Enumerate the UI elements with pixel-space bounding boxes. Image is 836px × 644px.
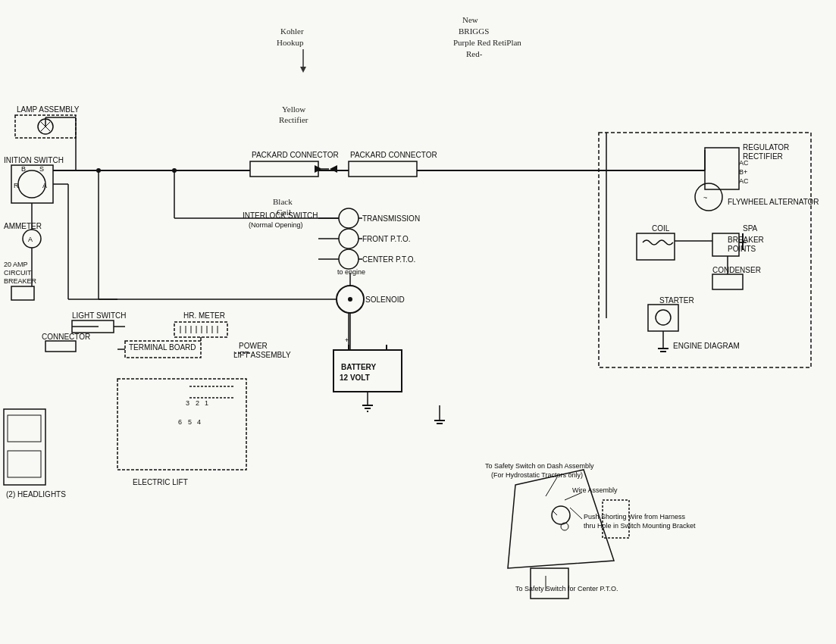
safety-switch-label: To Safety Switch on Dash Assembly <box>485 462 594 470</box>
push-shorting-label: Push Shorting Wire from Harness <box>584 513 686 521</box>
svg-text:R: R <box>14 182 19 189</box>
svg-text:12 VOLT: 12 VOLT <box>340 374 370 382</box>
svg-text:(For Hydrostatic Tractors only: (For Hydrostatic Tractors only) <box>491 471 583 479</box>
light-switch-label: LIGHT SWITCH <box>72 311 126 320</box>
briggs-note3: Purple Red RetiPlan <box>453 38 521 47</box>
svg-text:~: ~ <box>703 194 707 202</box>
svg-point-131 <box>96 168 101 173</box>
front-pto-label: FRONT P.T.O. <box>362 235 411 243</box>
condenser-label: CONDENSER <box>712 266 761 274</box>
svg-point-132 <box>172 168 177 173</box>
svg-text:POINTS: POINTS <box>728 245 756 253</box>
center-pto-label: CENTER P.T.O. <box>362 255 415 264</box>
svg-text:1: 1 <box>205 399 208 407</box>
wire-assembly-label: Wire Assembly <box>572 486 618 494</box>
svg-text:4: 4 <box>197 418 201 426</box>
breaker-points-label: BREAKER <box>728 236 764 244</box>
battery-label: BATTERY <box>341 363 376 371</box>
ammeter-label: AMMETER <box>4 222 42 230</box>
black-coil-note: Black <box>273 197 293 206</box>
svg-text:LIFT ASSEMBLY: LIFT ASSEMBLY <box>233 351 291 359</box>
svg-text:3: 3 <box>186 399 189 407</box>
kohler-note2: Hookup <box>277 38 304 47</box>
engine-diagram-label: ENGINE DIAGRAM <box>673 342 740 350</box>
solenoid-label: SOLENOID <box>365 295 405 304</box>
safety-center-pto-label: To Safety Switch for Center P.T.O. <box>515 585 618 592</box>
svg-point-133 <box>348 297 352 302</box>
svg-text:5: 5 <box>188 418 192 426</box>
electric-lift-label: ELECTRIC LIFT <box>133 478 188 486</box>
headlights-label: (2) HEADLIGHTS <box>6 490 66 499</box>
svg-text:AC: AC <box>739 177 749 185</box>
ignition-label: INITION SWITCH <box>4 156 64 164</box>
lamp-assembly-label: LAMP ASSEMBLY <box>17 105 80 114</box>
breaker-label: 20 AMP <box>4 261 28 268</box>
svg-text:RECTIFIER: RECTIFIER <box>743 152 783 161</box>
svg-text:6: 6 <box>178 418 182 426</box>
svg-text:AC: AC <box>739 159 749 167</box>
svg-rect-0 <box>0 0 836 644</box>
terminal-board-label: TERMINAL BOARD <box>129 343 196 352</box>
svg-text:B: B <box>21 165 26 173</box>
diagram-container: Kohler Hookup New BRIGGS Purple Red Reti… <box>0 0 836 644</box>
svg-text:to engine: to engine <box>337 268 365 276</box>
packard1-label: PACKARD CONNECTOR <box>252 151 339 159</box>
spa-label: SPA <box>743 224 758 233</box>
svg-text:B+: B+ <box>739 168 747 176</box>
transmission-label: TRANSMISSION <box>362 214 420 223</box>
packard2-label: PACKARD CONNECTOR <box>350 151 437 159</box>
svg-text:A: A <box>28 236 33 243</box>
yellow-rect-note: Yellow <box>282 105 305 114</box>
flywheel-label: FLYWHEEL ALTERNATOR <box>728 198 819 206</box>
svg-text:(Normal Opening): (Normal Opening) <box>249 221 303 229</box>
kohler-note: Kohler <box>280 27 304 36</box>
yellow-rect-note2: Rectifier <box>279 115 308 124</box>
connector-label: CONNECTOR <box>42 333 90 341</box>
briggs-note4: Red- <box>466 49 483 58</box>
svg-text:thru Hole in Switch Mounting B: thru Hole in Switch Mounting Bracket <box>584 522 696 530</box>
regulator-label: REGULATOR <box>743 143 789 152</box>
svg-text:S: S <box>39 165 44 173</box>
svg-text:A: A <box>42 182 47 189</box>
starter-label: STARTER <box>659 296 694 305</box>
new-briggs-note: New <box>462 15 478 24</box>
coil-label: COIL <box>652 224 670 233</box>
briggs-note2: BRIGGS <box>459 27 489 36</box>
svg-text:CIRCUIT: CIRCUIT <box>4 269 32 277</box>
hr-meter-label: HR. METER <box>183 311 225 320</box>
power-lift-label: POWER <box>239 342 268 350</box>
svg-text:2: 2 <box>196 399 199 407</box>
